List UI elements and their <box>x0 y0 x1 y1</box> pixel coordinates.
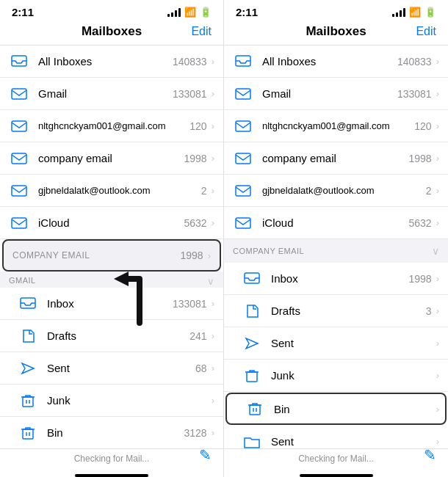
bin-icon <box>18 426 38 440</box>
item-label: Sent <box>47 362 195 374</box>
list-item[interactable]: nltghcnckyam001@gmail.com 120 › <box>0 110 223 142</box>
list-item[interactable]: gjbneldalatk@outlook.com 2 › <box>224 175 448 207</box>
status-time-left: 2:11 <box>12 6 34 18</box>
item-count: 5632 <box>184 217 207 229</box>
list-item[interactable]: iCloud 5632 › <box>0 207 223 239</box>
list-item[interactable]: Bin 3128 › <box>0 417 223 448</box>
chevron-icon: › <box>212 120 214 131</box>
chevron-icon: › <box>212 153 214 164</box>
inbox-icon <box>9 54 29 69</box>
company-email-section[interactable]: COMPANY EMAIL ∨ <box>224 239 448 263</box>
item-label: Junk <box>47 394 207 407</box>
list-item[interactable]: iCloud 5632 › <box>224 207 448 239</box>
chevron-icon: › <box>436 56 439 67</box>
mail-icon <box>233 87 253 101</box>
chevron-icon: › <box>212 217 214 228</box>
svg-marker-13 <box>114 272 129 286</box>
chevron-icon: › <box>436 217 439 228</box>
drafts-icon <box>242 304 262 318</box>
mail-icon <box>9 151 29 166</box>
list-item[interactable]: gjbneldalatk@outlook.com 2 › <box>0 175 223 207</box>
chevron-icon: › <box>436 404 439 415</box>
item-count: 1998 <box>409 153 432 164</box>
list-item[interactable]: All Inboxes 140833 › <box>224 45 448 78</box>
chevron-icon: › <box>436 370 439 381</box>
chevron-icon: › <box>436 120 439 131</box>
item-count: 140833 <box>173 56 207 68</box>
list-item[interactable]: Junk › <box>224 360 448 392</box>
svg-rect-22 <box>250 405 260 415</box>
mail-icon <box>233 151 253 166</box>
list-item[interactable]: company email 1998 › <box>224 142 448 175</box>
signal-icon <box>167 8 181 17</box>
item-count: 120 <box>189 120 206 132</box>
list-item[interactable]: Sent 68 › <box>0 352 223 385</box>
item-label: Gmail <box>38 87 173 100</box>
nav-header-left: Mailboxes Edit <box>0 21 223 45</box>
item-count: 1998 <box>409 273 432 285</box>
chevron-icon: › <box>212 363 214 374</box>
home-indicator-left <box>75 474 148 477</box>
list-item[interactable]: nltghcnckyam001@gmail.com 120 › <box>224 110 448 142</box>
chevron-icon: › <box>212 56 214 67</box>
list-item[interactable]: company email 1998 › <box>0 142 223 175</box>
item-label: Bin <box>274 403 432 415</box>
list-item[interactable]: Junk › <box>0 385 223 417</box>
item-count: 241 <box>189 330 206 342</box>
item-label: company email <box>38 152 184 164</box>
mail-icon <box>233 183 253 198</box>
edit-button-left[interactable]: Edit <box>191 25 212 38</box>
item-count: 1998 <box>184 153 207 164</box>
list-item[interactable]: Sent › <box>224 327 448 360</box>
item-label: All Inboxes <box>38 55 173 68</box>
svg-rect-17 <box>236 153 250 164</box>
item-label: Bin <box>47 426 184 439</box>
svg-rect-10 <box>23 429 33 439</box>
compose-icon-right[interactable]: ✎ <box>424 446 436 464</box>
status-icons-right: 📶 🔋 <box>392 7 436 18</box>
item-count: 133081 <box>397 88 432 100</box>
svg-rect-4 <box>12 186 26 196</box>
chevron-icon: › <box>436 88 439 99</box>
bin-list-item[interactable]: Bin › <box>225 393 447 425</box>
list-item[interactable]: Drafts 3 › <box>224 295 448 327</box>
item-count: 2 <box>426 185 432 197</box>
list-item[interactable]: Gmail 133081 › <box>0 78 223 110</box>
inbox-icon <box>242 272 262 286</box>
left-panel: 2:11 📶 🔋 Mailboxes Edit All Inboxes 1408… <box>0 0 224 477</box>
list-item[interactable]: Gmail 133081 › <box>224 78 448 110</box>
home-indicator-right <box>300 474 373 477</box>
right-panel: 2:11 📶 🔋 Mailboxes Edit All Inboxes 1408… <box>224 0 448 477</box>
item-label: All Inboxes <box>262 55 397 68</box>
bottom-bar-right: Checking for Mail... ✎ <box>224 448 448 471</box>
wifi-icon: 📶 <box>184 7 196 18</box>
svg-rect-2 <box>12 121 26 131</box>
svg-rect-15 <box>236 89 250 99</box>
inbox-icon <box>233 54 253 69</box>
item-label: Inbox <box>271 272 409 285</box>
list-item[interactable]: All Inboxes 140833 › <box>0 45 223 78</box>
svg-rect-16 <box>236 121 250 131</box>
item-label: Sent <box>271 435 432 448</box>
item-label: gjbneldalatk@outlook.com <box>262 185 426 196</box>
item-label: Drafts <box>271 305 426 317</box>
chevron-icon: › <box>212 427 214 438</box>
chevron-icon: › <box>436 273 439 284</box>
list-item[interactable]: Inbox 1998 › <box>224 263 448 295</box>
mail-icon <box>233 216 253 230</box>
sent-icon <box>242 336 262 351</box>
chevron-icon: › <box>212 88 214 99</box>
chevron-icon: › <box>436 153 439 164</box>
item-count: 140833 <box>397 56 432 68</box>
folder-icon <box>242 434 262 449</box>
svg-rect-18 <box>236 186 250 196</box>
svg-rect-5 <box>12 218 26 228</box>
compose-icon-left[interactable]: ✎ <box>199 446 212 464</box>
item-label: Drafts <box>47 329 189 342</box>
mail-icon <box>9 119 29 134</box>
chevron-icon: › <box>212 330 214 341</box>
list-item[interactable]: Sent › <box>224 426 448 448</box>
chevron-icon: › <box>436 305 439 316</box>
item-label: iCloud <box>262 216 409 229</box>
edit-button-right[interactable]: Edit <box>416 25 436 38</box>
